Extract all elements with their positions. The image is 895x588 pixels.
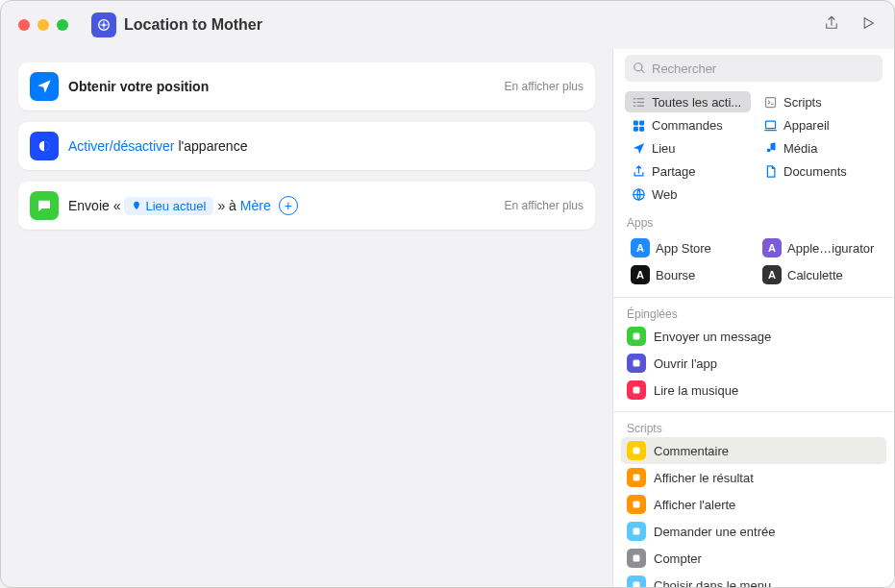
section-scripts-label: Scripts (613, 416, 894, 437)
svg-rect-25 (634, 528, 640, 535)
share-icon[interactable] (823, 14, 840, 36)
svg-rect-19 (634, 333, 640, 340)
app-icon: A (762, 265, 782, 284)
action-item-icon (627, 495, 646, 514)
action-item-icon (627, 468, 646, 487)
workflow-canvas: Obtenir votre position En afficher plus … (1, 49, 612, 587)
category-icon (631, 94, 646, 110)
action-item[interactable]: Commentaire (621, 437, 886, 464)
action-get-location[interactable]: Obtenir votre position En afficher plus (18, 62, 595, 110)
location-icon (30, 72, 59, 101)
action-item[interactable]: Afficher le résultat (621, 464, 886, 491)
action-toggle-appearance[interactable]: Activer/désactiver l'apparence (18, 122, 595, 170)
category-toutes-les-acti-[interactable]: Toutes les acti... (625, 91, 751, 112)
action-item-icon (627, 441, 646, 460)
show-more-button[interactable]: En afficher plus (505, 199, 584, 212)
search-field[interactable] (625, 55, 883, 82)
app-item[interactable]: ABourse (625, 262, 751, 287)
svg-rect-26 (634, 555, 640, 562)
svg-rect-8 (636, 101, 644, 102)
action-item[interactable]: Choisir dans le menu (621, 572, 886, 587)
action-item-icon (627, 354, 646, 373)
category-lieu[interactable]: Lieu (625, 137, 751, 159)
action-item-icon (627, 327, 646, 346)
svg-point-17 (773, 147, 776, 150)
category-icon (762, 140, 778, 156)
zoom-icon[interactable] (57, 19, 68, 31)
titlebar: Location to Mother (1, 1, 894, 49)
svg-rect-12 (633, 120, 637, 125)
svg-rect-7 (633, 101, 635, 102)
run-icon[interactable] (859, 14, 877, 36)
category-icon (631, 186, 646, 202)
app-icon: A (631, 238, 650, 257)
app-item[interactable]: ACalculette (757, 262, 883, 287)
window-controls (18, 19, 68, 31)
app-icon: A (762, 238, 782, 257)
page-title: Location to Mother (124, 16, 262, 34)
category-documents[interactable]: Documents (757, 160, 883, 182)
pinned-list: Envoyer un messageOuvrir l'appLire la mu… (613, 323, 894, 404)
action-send-message[interactable]: Envoie « Lieu actuel » à Mère + En affic… (18, 182, 595, 230)
search-input[interactable] (625, 55, 883, 82)
app-window: Location to Mother Obtenir votre positio… (0, 0, 895, 588)
location-pill[interactable]: Lieu actuel (124, 197, 213, 215)
action-item-icon (627, 522, 646, 541)
category-m-dia[interactable]: Média (757, 137, 883, 159)
toolbar-right (823, 14, 877, 36)
action-mid: » à (217, 198, 236, 213)
action-item[interactable]: Afficher l'alerte (621, 491, 886, 518)
svg-point-1 (103, 24, 106, 27)
action-item[interactable]: Lire la musique (621, 377, 886, 404)
action-suffix: l'apparence (178, 138, 247, 154)
svg-rect-24 (634, 502, 640, 508)
app-item[interactable]: AApple…igurator (757, 235, 883, 260)
category-icon (762, 94, 778, 110)
category-icon (631, 117, 646, 133)
svg-rect-10 (636, 105, 644, 106)
svg-rect-23 (634, 475, 640, 481)
action-token[interactable]: Activer/désactiver (68, 138, 174, 154)
action-item[interactable]: Demander une entrée (621, 518, 886, 545)
action-item-icon (627, 549, 646, 568)
shortcut-icon (91, 12, 116, 37)
section-pinned-label: Épinglées (613, 302, 894, 323)
svg-rect-13 (639, 120, 644, 125)
action-item[interactable]: Envoyer un message (621, 323, 886, 350)
show-more-button[interactable]: En afficher plus (505, 80, 584, 93)
svg-rect-9 (633, 105, 635, 106)
category-commandes[interactable]: Commandes (625, 114, 751, 135)
action-label: Obtenir votre position (68, 79, 209, 94)
close-icon[interactable] (18, 19, 30, 31)
action-item-icon (627, 576, 646, 587)
minimize-icon[interactable] (37, 19, 49, 31)
category-icon (762, 117, 778, 133)
svg-rect-21 (634, 387, 640, 394)
category-partage[interactable]: Partage (625, 160, 751, 182)
section-apps-label: Apps (613, 210, 894, 232)
svg-rect-6 (636, 98, 644, 99)
category-web[interactable]: Web (625, 184, 751, 205)
category-grid: Toutes les acti...ScriptsCommandesAppare… (613, 87, 894, 210)
add-recipient-button[interactable]: + (279, 196, 298, 215)
category-icon (631, 140, 646, 156)
action-item[interactable]: Ouvrir l'app (621, 350, 886, 377)
scripts-list: CommentaireAfficher le résultatAfficher … (613, 437, 894, 587)
category-scripts[interactable]: Scripts (757, 91, 883, 112)
action-item-icon (627, 380, 646, 400)
action-item[interactable]: Compter (621, 545, 886, 572)
category-icon (762, 163, 778, 179)
svg-rect-22 (634, 448, 640, 454)
action-prefix: Envoie « (68, 198, 120, 213)
messages-icon (30, 191, 59, 220)
appearance-icon (30, 132, 59, 160)
svg-rect-5 (633, 98, 635, 99)
svg-rect-15 (639, 126, 644, 131)
recipient-token[interactable]: Mère (240, 198, 271, 213)
library-sidebar: Toutes les acti...ScriptsCommandesAppare… (612, 49, 894, 587)
category-icon (631, 163, 646, 179)
category-appareil[interactable]: Appareil (757, 114, 883, 135)
svg-rect-20 (634, 360, 640, 367)
app-icon: A (631, 265, 650, 284)
app-item[interactable]: AApp Store (625, 235, 751, 260)
